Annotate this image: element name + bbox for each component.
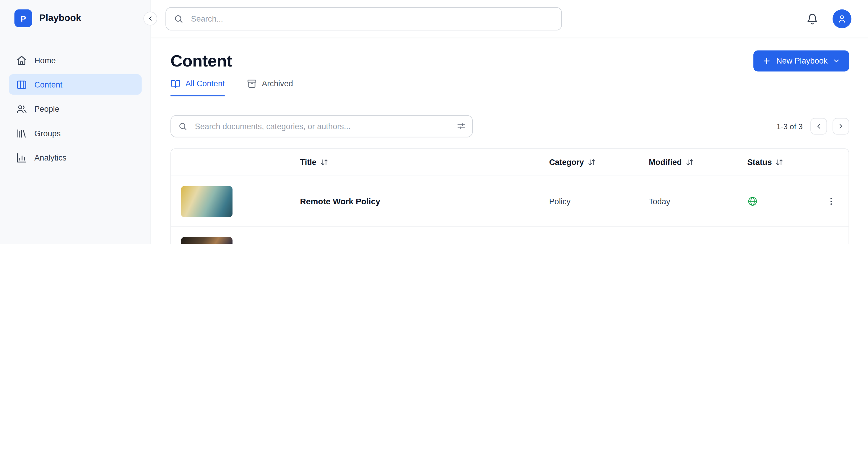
column-header-status[interactable]: Status [747,158,813,167]
sort-icon [588,158,596,166]
user-avatar-button[interactable] [833,9,851,28]
sidebar-nav: Home Content People Groups [0,50,151,168]
sidebar-item-content[interactable]: Content [9,74,142,95]
chevron-left-icon [815,122,823,130]
row-menu-button[interactable] [823,193,839,209]
bar-chart-icon [16,152,27,163]
sidebar-item-label: Groups [34,129,61,138]
chevron-right-icon [837,122,845,130]
sidebar-item-groups[interactable]: Groups [9,123,142,143]
sidebar-item-label: Analytics [34,153,66,162]
column-label: Status [747,158,772,167]
sliders-icon [457,121,466,131]
new-playbook-button[interactable]: New Playbook [754,51,849,71]
sort-icon [776,158,783,166]
bell-icon [807,13,818,25]
table-header-row: Title Category Modified [171,149,848,176]
sidebar-item-home[interactable]: Home [9,50,142,70]
status-cell [747,196,813,207]
tab-archived[interactable]: Archived [247,79,293,96]
global-search [165,7,562,30]
column-label: Category [549,158,584,167]
top-bar-actions [807,9,851,28]
table-row[interactable]: Performance Review Process Process Today [171,226,848,244]
library-icon [16,128,27,139]
user-icon [837,14,847,24]
columns-icon [16,79,27,90]
column-label: Modified [649,158,682,167]
content-tabs: All Content Archived [170,79,849,96]
kebab-icon [826,196,836,206]
page-title: Content [170,52,232,70]
global-search-input[interactable] [165,7,562,30]
users-icon [16,103,27,114]
thumbnail-cell [171,186,300,217]
globe-icon [747,196,758,207]
thumbnail-cell [171,237,300,244]
tab-all-content[interactable]: All Content [170,79,225,96]
page-header: Content New Playbook [170,51,849,71]
app-brand: P Playbook [0,0,151,37]
column-label: Title [300,158,316,167]
column-header-category[interactable]: Category [549,158,649,167]
column-header-title[interactable]: Title [300,158,549,167]
archive-icon [247,79,257,89]
table-row[interactable]: Remote Work Policy Policy Today [171,176,848,226]
sidebar-item-label: People [34,104,59,113]
sort-icon [686,158,693,166]
sidebar-item-label: Home [34,56,56,64]
pagination-next-button[interactable] [833,118,849,134]
document-thumbnail [181,186,232,217]
sidebar-item-people[interactable]: People [9,99,142,119]
sidebar-collapse-button[interactable] [143,11,157,25]
pagination-range: 1-3 of 3 [776,122,803,131]
app-logo: P [14,9,32,27]
document-search [170,115,473,138]
sidebar-item-label: Content [34,80,62,89]
document-search-input[interactable] [170,115,473,138]
main-area: Content New Playbook All Content [151,0,868,244]
pagination-prev-button[interactable] [810,118,827,134]
sidebar-item-analytics[interactable]: Analytics [9,147,142,167]
content-panel: Content New Playbook All Content [151,38,868,244]
new-playbook-label: New Playbook [776,57,828,65]
book-open-icon [170,79,181,89]
chevron-left-icon [147,15,154,22]
chevron-down-icon [833,57,840,65]
content-table: Title Category Modified [170,148,849,244]
document-category: Policy [549,197,649,206]
notifications-button[interactable] [807,13,818,25]
plus-icon [763,57,771,65]
list-toolbar: 1-3 of 3 [170,115,849,138]
home-icon [16,55,27,66]
document-thumbnail [181,237,232,244]
app-window: P Playbook Home Content [0,0,868,244]
filter-button[interactable] [457,121,466,131]
pagination: 1-3 of 3 [776,118,849,134]
tab-label: Archived [262,79,293,88]
search-icon [174,14,183,24]
document-modified: Today [649,197,747,206]
search-icon [178,122,187,131]
sidebar: P Playbook Home Content [0,0,151,244]
column-header-modified[interactable]: Modified [649,158,747,167]
app-title: Playbook [39,13,81,24]
document-title: Remote Work Policy [300,196,549,206]
tab-label: All Content [186,79,225,88]
sort-icon [320,158,328,166]
top-bar [151,0,868,38]
